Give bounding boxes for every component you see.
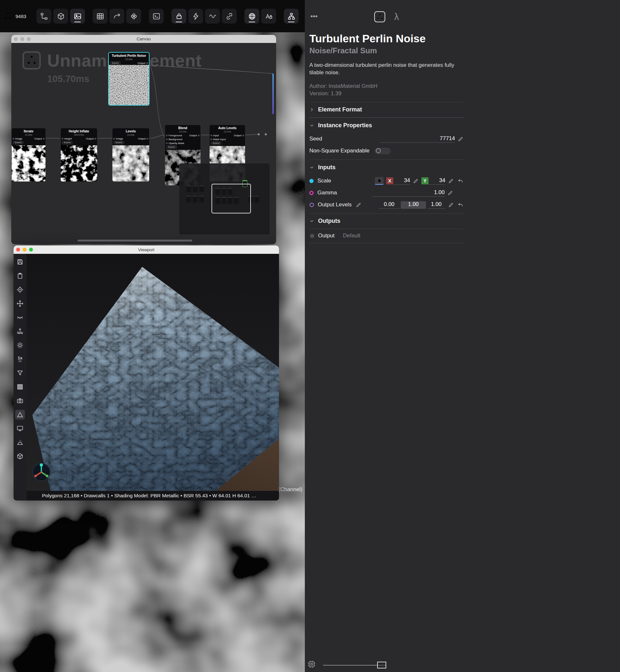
input-port[interactable] (166, 135, 168, 136)
section-instance-properties[interactable]: Instance Properties (309, 117, 464, 133)
flower-tool-button[interactable] (126, 9, 141, 23)
chip-icon[interactable] (307, 660, 316, 668)
uv-scale-button[interactable]: 1xUV (15, 354, 25, 364)
section-outputs[interactable]: Outputs (309, 213, 464, 229)
input-port[interactable] (211, 139, 212, 140)
edit-pencil-icon[interactable] (413, 178, 419, 184)
scale-y-input[interactable]: 34 (428, 177, 445, 185)
settings-button[interactable] (15, 340, 25, 350)
canvas-window-title: Canvas (11, 37, 276, 41)
input-port[interactable] (166, 142, 168, 144)
scale-x-input[interactable]: 34 (393, 177, 410, 185)
cube-tool-button[interactable] (53, 9, 68, 23)
move-button[interactable] (15, 299, 25, 308)
input-port[interactable] (13, 138, 14, 140)
output-port[interactable] (147, 138, 148, 140)
terrain-button[interactable] (15, 437, 25, 447)
section-inputs[interactable]: Inputs (309, 159, 464, 175)
network-tool-button[interactable] (284, 9, 299, 23)
canvas-minimap[interactable] (179, 163, 270, 235)
edit-pencil-icon[interactable] (448, 202, 454, 208)
gamma-input[interactable]: 1.00 (372, 189, 445, 197)
globe-tool-button[interactable] (245, 9, 259, 23)
edit-pencil-icon[interactable] (356, 202, 362, 208)
lock-tool-button[interactable] (171, 9, 186, 23)
mesh-button[interactable] (15, 452, 25, 461)
levels-low-input[interactable]: 0.00 (379, 201, 400, 209)
expand-badge[interactable]: Expand (113, 141, 124, 144)
output-port[interactable] (198, 135, 200, 136)
navigation-gizmo[interactable] (32, 462, 51, 482)
nodes-tool-button[interactable] (37, 9, 51, 23)
node-time: 244.57ms (61, 134, 97, 136)
input-port[interactable] (62, 138, 63, 140)
reset-undo-icon[interactable] (457, 202, 464, 208)
save-icon (16, 258, 23, 265)
levels-mid-input[interactable]: 1.00 (401, 201, 426, 209)
more-tools-button[interactable] (306, 9, 321, 23)
output-port-icon (309, 233, 315, 239)
frames-tool-button[interactable] (93, 9, 108, 23)
canvas-horizontal-scrollbar[interactable] (78, 240, 192, 242)
canvas-titlebar[interactable]: Canvas (11, 35, 276, 43)
shading-mode-button[interactable] (15, 410, 25, 419)
terminal-tool-button[interactable] (149, 9, 164, 23)
node-graph-canvas[interactable]: Unnamed Element 105.70ms Turbulent Perli… (11, 43, 276, 244)
hexagon-icon (309, 202, 314, 207)
input-port[interactable] (211, 135, 212, 136)
levels-high-input[interactable]: 1.00 (427, 201, 445, 209)
minimap-viewport-rect[interactable] (211, 184, 251, 213)
viewport-3d-view[interactable] (27, 254, 279, 501)
reset-undo-icon[interactable] (457, 177, 464, 184)
output-format: Default (343, 232, 360, 239)
focus-target-button[interactable] (15, 285, 25, 295)
viewport-window-title: Viewport (13, 247, 279, 252)
port-output-label: Output (234, 134, 242, 137)
node-time: 15.3ms (109, 58, 149, 60)
link-tool-button[interactable] (222, 9, 237, 23)
node-height-inflate[interactable]: Height Inflate 244.57ms Height Output Ex… (60, 128, 98, 182)
expand-badge[interactable]: Expand (13, 141, 23, 144)
node-levels[interactable]: Levels 13.3ms Image Output Expand (112, 128, 150, 182)
expand-badge[interactable]: Expand (211, 142, 221, 145)
clipboard-button[interactable] (15, 271, 25, 280)
text-lock-tool-button[interactable] (261, 9, 276, 23)
canvas-window: Canvas Unnamed Element 105.70ms (11, 35, 276, 244)
camera-button[interactable] (15, 396, 25, 406)
checker-button[interactable] (15, 382, 25, 392)
node-iterate[interactable]: Iterate 13.3ms Image Output Expand (11, 128, 46, 182)
input-port[interactable] (113, 138, 115, 140)
terrain-icon (16, 439, 23, 446)
visibility-button[interactable] (15, 313, 25, 322)
save-button[interactable] (15, 257, 25, 267)
filter-button[interactable] (15, 368, 25, 378)
uniform-scale-lock-button[interactable] (375, 177, 383, 185)
output-port[interactable] (146, 62, 148, 64)
displacement-button[interactable] (15, 326, 25, 336)
inspector-author: Author: InstaMaterial GmbH (309, 83, 464, 90)
expand-badge[interactable]: Expand (166, 145, 177, 149)
bolt-tool-button[interactable] (188, 9, 203, 23)
display-button[interactable] (15, 424, 25, 433)
app-logo: 9483 (3, 12, 26, 21)
footer-slider-handle[interactable] (377, 662, 386, 668)
footer-slider-track[interactable] (323, 665, 386, 666)
output-port[interactable] (243, 135, 244, 136)
input-port[interactable] (166, 139, 168, 140)
node-turbulent-perlin-noise[interactable]: Turbulent Perlin Noise 15.3ms Expand Out… (108, 52, 150, 106)
edit-pencil-icon[interactable] (447, 190, 453, 196)
viewport-titlebar[interactable]: Viewport (13, 246, 279, 254)
section-element-format[interactable]: Element Format (309, 102, 464, 117)
output-port[interactable] (95, 138, 96, 140)
forward-tool-button[interactable] (109, 9, 124, 23)
node-preview (109, 65, 149, 105)
edit-pencil-icon[interactable] (448, 178, 454, 184)
image-tool-button[interactable] (70, 9, 85, 23)
non-square-toggle[interactable] (374, 148, 391, 154)
output-port[interactable] (43, 138, 45, 140)
edit-pencil-icon[interactable] (458, 136, 464, 142)
expand-badge[interactable]: Expand (62, 141, 73, 144)
seed-input[interactable]: 77714 (380, 135, 455, 143)
wave-tool-button[interactable] (205, 9, 220, 23)
expand-badge[interactable]: Expand (110, 61, 121, 65)
